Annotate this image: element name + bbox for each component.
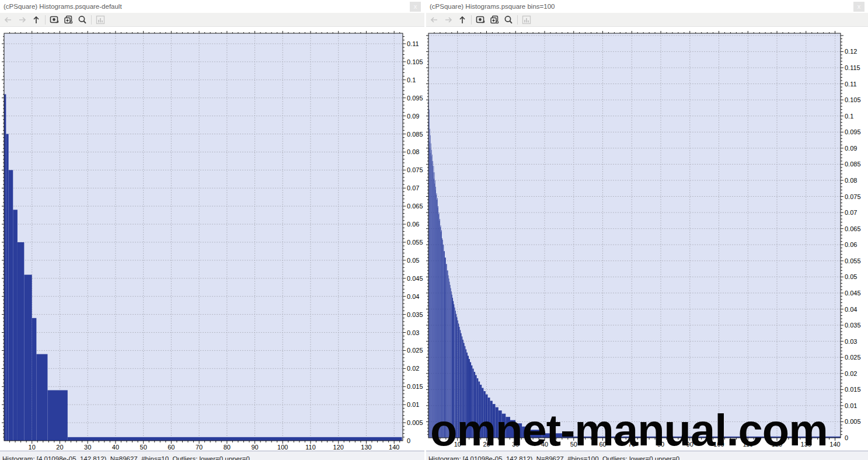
y-tick-labels: 00.0050.010.0150.020.0250.030.0350.040.0… (407, 40, 423, 444)
find-objects-icon[interactable] (501, 14, 515, 26)
svg-text:0.1: 0.1 (407, 76, 416, 83)
svg-text:0.015: 0.015 (845, 386, 861, 393)
svg-text:130: 130 (361, 444, 371, 451)
titlebar: (cPSquare) Histograms.psquare-default x (0, 0, 424, 13)
copy-object-icon[interactable] (61, 14, 75, 26)
svg-text:0.04: 0.04 (845, 306, 857, 313)
svg-text:0.09: 0.09 (407, 113, 419, 120)
svg-text:0.065: 0.065 (407, 203, 423, 210)
svg-text:0.105: 0.105 (845, 96, 861, 103)
svg-text:90: 90 (686, 441, 693, 448)
svg-text:0.01: 0.01 (407, 401, 419, 408)
svg-text:0.025: 0.025 (407, 347, 423, 354)
svg-text:0.05: 0.05 (407, 257, 419, 264)
svg-text:70: 70 (196, 444, 203, 451)
close-icon[interactable]: x (853, 2, 864, 12)
svg-text:0.015: 0.015 (407, 383, 423, 390)
svg-text:0.02: 0.02 (845, 370, 857, 377)
toolbar-separator (91, 15, 92, 25)
x-tick-labels: 102030405060708090100110120130140 (454, 441, 841, 448)
svg-text:50: 50 (140, 444, 147, 451)
svg-text:0.11: 0.11 (407, 40, 419, 47)
svg-text:100: 100 (713, 441, 724, 448)
svg-text:0.07: 0.07 (845, 209, 857, 216)
svg-text:50: 50 (570, 441, 577, 448)
desktop: (cPSquare) Histograms.psquare-default x … (0, 0, 868, 460)
statusbar: Histogram: [4.01098e-05, 142.812), N=896… (0, 451, 424, 460)
svg-text:0.005: 0.005 (407, 419, 423, 426)
inspector-window-psquare-default: (cPSquare) Histograms.psquare-default x … (0, 0, 424, 460)
svg-text:0.045: 0.045 (407, 275, 423, 282)
find-objects-icon[interactable] (75, 14, 89, 26)
svg-text:0.07: 0.07 (407, 184, 419, 191)
copy-object-icon[interactable] (487, 14, 501, 26)
svg-text:30: 30 (84, 444, 91, 451)
status-text: Histogram: [4.01098e-05, 142.812), N=896… (2, 455, 250, 460)
svg-text:110: 110 (743, 441, 754, 448)
forward-icon (15, 14, 29, 26)
toolbar-separator (471, 15, 472, 25)
histogram-canvas[interactable]: 10203040506070809010011012013014000.0050… (426, 27, 868, 451)
x-tick-labels: 102030405060708090100110120130140 (29, 444, 400, 451)
svg-text:60: 60 (599, 441, 606, 448)
svg-text:0.06: 0.06 (407, 221, 419, 228)
svg-text:10: 10 (29, 444, 36, 451)
svg-text:80: 80 (224, 444, 231, 451)
svg-text:0.055: 0.055 (845, 257, 861, 264)
status-text: Histogram: [4.01098e-05, 142.812), N=896… (428, 455, 679, 460)
svg-text:0.03: 0.03 (845, 338, 857, 345)
inspect-as-object-icon[interactable] (473, 14, 487, 26)
svg-text:0.09: 0.09 (845, 145, 857, 152)
svg-text:0.035: 0.035 (407, 311, 423, 318)
svg-text:110: 110 (305, 444, 316, 451)
inspector-window-psquare-bins100: (cPSquare) Histograms.psquare bins=100 x… (426, 0, 868, 460)
svg-text:70: 70 (628, 441, 635, 448)
svg-text:0.02: 0.02 (407, 365, 419, 372)
svg-text:0.065: 0.065 (845, 225, 861, 232)
svg-text:120: 120 (333, 444, 344, 451)
svg-text:0.08: 0.08 (407, 148, 419, 155)
up-icon[interactable] (455, 14, 469, 26)
toolbar-separator (45, 15, 46, 25)
forward-icon (441, 14, 455, 26)
svg-text:20: 20 (483, 441, 490, 448)
svg-text:0.045: 0.045 (845, 290, 861, 297)
plot-background (4, 33, 403, 441)
toolbar-separator (517, 15, 518, 25)
svg-text:0.105: 0.105 (407, 58, 423, 65)
svg-text:0.115: 0.115 (845, 64, 860, 71)
histogram-canvas[interactable]: 10203040506070809010011012013014000.0050… (0, 27, 424, 451)
plot-background (428, 33, 841, 438)
svg-text:0.075: 0.075 (407, 166, 423, 173)
svg-text:0.1: 0.1 (845, 113, 853, 120)
svg-text:100: 100 (277, 444, 288, 451)
svg-text:0.085: 0.085 (845, 161, 861, 168)
titlebar: (cPSquare) Histograms.psquare bins=100 x (426, 0, 868, 13)
svg-text:0.055: 0.055 (407, 239, 423, 246)
svg-text:0.075: 0.075 (845, 193, 861, 200)
svg-text:20: 20 (56, 444, 63, 451)
svg-text:40: 40 (541, 441, 548, 448)
back-icon (427, 14, 441, 26)
up-icon[interactable] (29, 14, 43, 26)
svg-text:0.01: 0.01 (845, 402, 857, 409)
toolbar (0, 13, 424, 27)
svg-text:0.025: 0.025 (845, 354, 861, 361)
svg-text:90: 90 (251, 444, 258, 451)
svg-text:0.085: 0.085 (407, 131, 423, 138)
close-icon[interactable]: x (410, 2, 421, 12)
svg-text:80: 80 (657, 441, 664, 448)
toolbar (426, 13, 868, 27)
svg-text:0.04: 0.04 (407, 293, 419, 300)
svg-text:120: 120 (772, 441, 782, 448)
svg-text:40: 40 (112, 444, 119, 451)
svg-text:0.095: 0.095 (845, 128, 861, 135)
svg-text:0.005: 0.005 (845, 418, 861, 425)
svg-text:0.035: 0.035 (845, 322, 861, 329)
plot-area: 10203040506070809010011012013014000.0050… (426, 27, 868, 451)
svg-text:0.06: 0.06 (845, 241, 857, 248)
svg-text:0: 0 (407, 437, 410, 444)
svg-text:130: 130 (801, 441, 811, 448)
inspect-as-object-icon[interactable] (47, 14, 61, 26)
svg-text:140: 140 (829, 441, 840, 448)
